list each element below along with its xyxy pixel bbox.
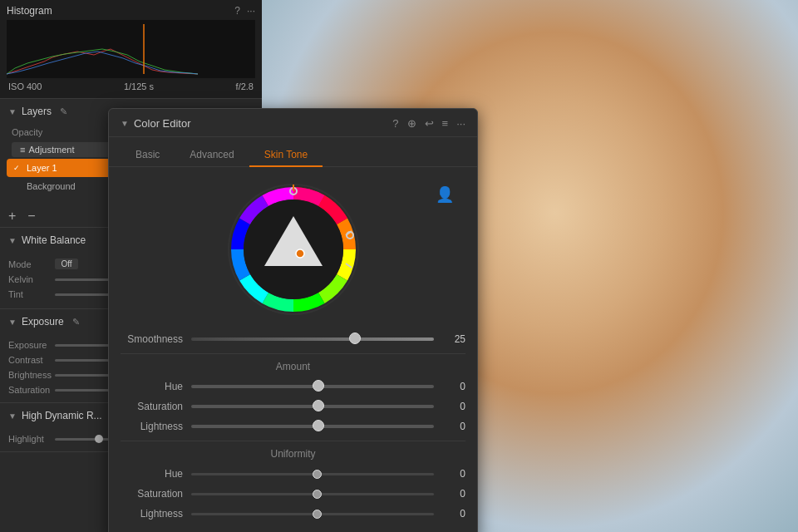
color-editor-header: ▼ Color Editor ? ⊕ ↩ ≡ ··· <box>109 109 477 137</box>
uniformity-lightness-label: Lightness <box>121 508 183 520</box>
histogram-canvas <box>7 20 255 78</box>
histogram-more[interactable]: ··· <box>247 5 255 17</box>
background-spacer <box>12 181 22 191</box>
uniformity-saturation-value: 0 <box>442 488 466 500</box>
uniformity-lightness-value: 0 <box>442 508 466 520</box>
divider-2 <box>121 441 466 441</box>
amount-lightness-row: Lightness 0 <box>121 421 466 432</box>
amount-lightness-thumb <box>313 420 324 431</box>
exposure-chevron: ▼ <box>8 318 17 327</box>
ce-help-icon[interactable]: ? <box>392 117 398 130</box>
color-wheel-wrap[interactable] <box>223 179 364 320</box>
iso-value: ISO 400 <box>8 81 42 91</box>
ce-header-icons: ? ⊕ ↩ ≡ ··· <box>392 117 466 130</box>
histogram-section: Histogram ? ··· ISO 400 1/125 s f/2.8 <box>0 0 262 99</box>
ce-list-icon[interactable]: ≡ <box>442 117 449 130</box>
exposure-label: Exposure <box>8 340 50 350</box>
hdr-chevron: ▼ <box>8 411 17 421</box>
ce-undo-icon[interactable]: ↩ <box>425 117 434 130</box>
layers-edit-icon: ✎ <box>60 106 67 117</box>
skin-tone-person-icon[interactable]: 👤 <box>436 185 454 204</box>
amount-hue-label: Hue <box>121 381 183 392</box>
brightness-label: Brightness <box>8 370 50 380</box>
histogram-info: ISO 400 1/125 s f/2.8 <box>7 78 255 93</box>
amount-lightness-slider[interactable] <box>191 425 434 428</box>
layers-title: Layers <box>22 106 52 117</box>
wb-title: White Balance <box>22 234 86 246</box>
amount-saturation-value: 0 <box>442 401 466 412</box>
hdr-title: High Dynamic R... <box>22 410 102 421</box>
amount-hue-row: Hue 0 <box>121 381 466 392</box>
uniformity-lightness-row: Lightness 0 <box>121 508 466 520</box>
histogram-svg <box>7 20 255 78</box>
smoothness-slider[interactable] <box>191 337 434 341</box>
exposure-edit-icon: ✎ <box>72 317 80 328</box>
amount-saturation-slider[interactable] <box>191 405 434 408</box>
opacity-label: Opacity <box>12 127 53 137</box>
amount-hue-slider[interactable] <box>191 385 434 388</box>
smoothness-label: Smoothness <box>121 333 183 345</box>
color-editor-body: 👤 Smoothness 25 Amount Hue 0 Saturation <box>109 167 477 532</box>
layer1-checkbox: ✓ <box>12 163 22 173</box>
tint-label: Tint <box>8 289 50 299</box>
kelvin-label: Kelvin <box>8 274 50 284</box>
uniformity-hue-thumb <box>313 470 322 479</box>
layer1-name: Layer 1 <box>27 163 57 173</box>
uniformity-lightness-thumb <box>313 510 322 519</box>
uniformity-hue-slider[interactable] <box>191 473 434 475</box>
ce-title-text: Color Editor <box>134 117 191 130</box>
amount-hue-value: 0 <box>442 381 466 392</box>
divider-1 <box>121 353 466 354</box>
aperture-value: f/2.8 <box>236 81 254 91</box>
smoothness-value: 25 <box>442 333 466 345</box>
wb-chevron: ▼ <box>8 236 17 245</box>
color-editor-panel: ▼ Color Editor ? ⊕ ↩ ≡ ··· Basic Advance… <box>108 108 478 532</box>
amount-hue-thumb <box>313 380 324 392</box>
color-editor-title: ▼ Color Editor <box>121 117 191 130</box>
uniformity-hue-row: Hue 0 <box>121 468 466 480</box>
amount-lightness-label: Lightness <box>121 421 183 432</box>
smoothness-thumb <box>349 332 361 344</box>
amount-saturation-label: Saturation <box>121 401 183 412</box>
adjustment-icon: ≡ <box>20 145 25 155</box>
smoothness-row: Smoothness 25 <box>121 333 466 345</box>
highlight-label: Highlight <box>8 434 50 444</box>
layers-chevron: ▼ <box>8 107 17 116</box>
uniformity-hue-value: 0 <box>442 468 466 480</box>
color-wheel-svg <box>223 179 364 320</box>
uniformity-lightness-slider[interactable] <box>191 513 434 515</box>
background-name: Background <box>27 181 76 191</box>
shutter-value: 1/125 s <box>124 81 154 91</box>
uniformity-title: Uniformity <box>121 448 466 460</box>
adjustment-label: Adjustment <box>28 145 74 155</box>
uniformity-saturation-slider[interactable] <box>191 493 434 495</box>
uniformity-saturation-label: Saturation <box>121 488 183 500</box>
uniformity-saturation-row: Saturation 0 <box>121 488 466 500</box>
highlight-thumb <box>95 435 103 443</box>
ce-target-icon[interactable]: ⊕ <box>407 117 416 130</box>
uniformity-saturation-thumb <box>313 490 322 499</box>
add-layer-button[interactable]: + <box>5 207 19 225</box>
ce-more-icon[interactable]: ··· <box>456 117 466 130</box>
svg-point-4 <box>296 249 304 258</box>
histogram-help[interactable]: ? <box>234 5 240 17</box>
exposure-title: Exposure <box>22 316 64 328</box>
mode-value[interactable]: Off <box>55 259 78 269</box>
uniformity-hue-label: Hue <box>121 468 183 480</box>
tab-skin-tone[interactable]: Skin Tone <box>249 144 323 167</box>
contrast-label: Contrast <box>8 355 50 365</box>
amount-lightness-value: 0 <box>442 421 466 432</box>
remove-layer-button[interactable]: − <box>24 207 38 225</box>
tab-advanced[interactable]: Advanced <box>175 144 249 167</box>
histogram-title: Histogram <box>7 5 52 17</box>
ce-chevron: ▼ <box>121 119 129 128</box>
amount-title: Amount <box>121 361 466 372</box>
color-wheel-section: 👤 <box>121 179 466 320</box>
amount-saturation-thumb <box>313 400 324 411</box>
color-editor-tabs: Basic Advanced Skin Tone <box>109 137 477 167</box>
saturation-label: Saturation <box>8 385 50 395</box>
amount-saturation-row: Saturation 0 <box>121 401 466 412</box>
tab-basic[interactable]: Basic <box>121 144 175 167</box>
mode-label: Mode <box>8 259 50 269</box>
